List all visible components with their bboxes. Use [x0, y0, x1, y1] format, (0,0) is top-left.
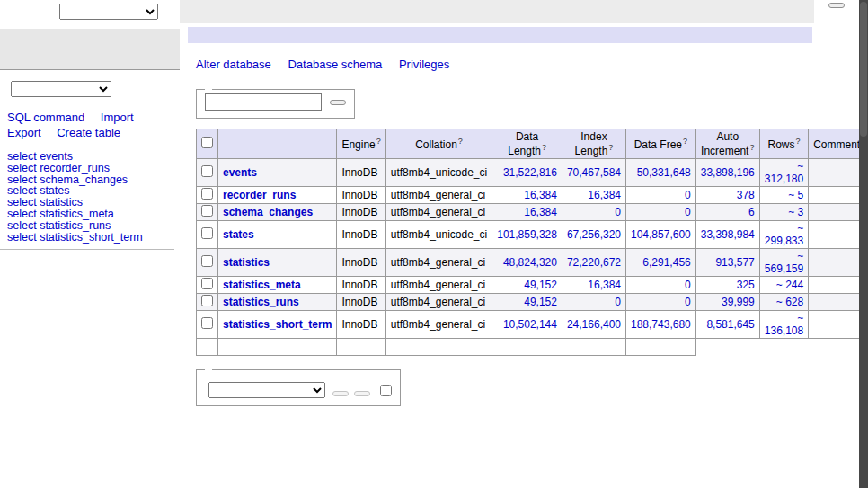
data-free-link[interactable]: 6,291,456	[642, 256, 690, 269]
sidebar-link[interactable]: SQL command	[7, 111, 84, 124]
help-link[interactable]: ?	[376, 137, 381, 146]
sidebar-link[interactable]: Create table	[57, 126, 120, 139]
language-select[interactable]	[59, 4, 158, 20]
data-length-link[interactable]: 101,859,328	[497, 228, 557, 241]
auto-increment-link[interactable]: 33,898,196	[701, 166, 755, 179]
header-row: Engine? Collation? Data Length? Index Le…	[197, 129, 868, 159]
auto-increment-link[interactable]: 33,398,984	[701, 228, 755, 241]
data-free-link[interactable]: 0	[685, 189, 691, 201]
help-link[interactable]: ?	[608, 143, 613, 152]
data-free-link[interactable]: 0	[685, 206, 691, 218]
db-select[interactable]	[11, 81, 111, 97]
index-length-link[interactable]: 67,256,320	[567, 228, 621, 241]
rows-link[interactable]: ~ 136,108	[765, 312, 803, 337]
rows-link[interactable]: ~ 5	[788, 189, 803, 201]
help-link[interactable]: ?	[795, 137, 800, 146]
data-free-link[interactable]: 188,743,680	[631, 318, 691, 331]
data-length-link[interactable]: 49,152	[524, 296, 557, 308]
row-checkbox[interactable]	[201, 188, 213, 200]
row-checkbox[interactable]	[201, 227, 213, 239]
auto-increment-link[interactable]: 325	[737, 279, 755, 291]
sidebar-link[interactable]: Export	[7, 126, 41, 139]
overwrite-label[interactable]	[380, 383, 392, 396]
sidebar-table-link[interactable]: select statistics_short_term	[7, 232, 180, 244]
collation-cell: utf8mb4_general_ci	[385, 277, 492, 294]
column-header: Auto Increment?	[695, 129, 759, 159]
table-name-link[interactable]: statistics_short_term	[223, 318, 332, 331]
table-name-link[interactable]: schema_changes	[223, 206, 313, 218]
auto-increment-link[interactable]: 39,999	[722, 296, 755, 308]
sidebar-table-links: select events select recorder_runs selec…	[7, 151, 180, 243]
data-free-link[interactable]: 50,331,648	[637, 166, 691, 179]
index-length-link[interactable]: 16,384	[588, 189, 621, 201]
data-free-link[interactable]: 0	[685, 279, 691, 291]
help-link[interactable]: ?	[458, 137, 463, 146]
row-checkbox[interactable]	[201, 255, 213, 267]
table-name-link[interactable]: recorder_runs	[223, 189, 296, 201]
table-name-link[interactable]: states	[223, 228, 254, 241]
column-header-table	[218, 129, 337, 159]
data-length-link[interactable]: 10,502,144	[503, 318, 557, 331]
search-input[interactable]	[205, 93, 322, 111]
row-checkbox[interactable]	[201, 295, 213, 306]
table-name-link[interactable]: statistics_runs	[223, 296, 299, 308]
breadcrumb-separator	[192, 4, 196, 18]
index-length-link[interactable]: 0	[615, 206, 621, 218]
index-length-link[interactable]: 24,166,400	[567, 318, 621, 331]
index-length-link[interactable]: 0	[615, 296, 621, 308]
move-button[interactable]	[332, 391, 349, 396]
search-button[interactable]	[330, 100, 346, 105]
auto-increment-link[interactable]: 913,577	[715, 256, 754, 269]
data-length-link[interactable]: 48,824,320	[503, 256, 557, 269]
engine-cell: InnoDB	[337, 311, 385, 339]
overwrite-checkbox[interactable]	[380, 385, 392, 396]
sidebar-table-link[interactable]: select statistics_meta	[7, 209, 180, 220]
column-header: Index Length?	[562, 129, 625, 159]
index-length-link[interactable]: 16,384	[588, 279, 621, 291]
sidebar-table-link[interactable]: select events	[7, 151, 180, 163]
rows-link[interactable]: ~ 244	[776, 279, 803, 291]
rows-link[interactable]: ~ 628	[776, 296, 803, 308]
select-all-checkbox[interactable]	[201, 137, 213, 148]
action-link[interactable]: Alter database	[196, 58, 271, 71]
help-link[interactable]: ?	[542, 143, 546, 152]
data-free-link[interactable]: 104,857,600	[631, 228, 691, 241]
data-free-link[interactable]: 0	[685, 296, 691, 308]
scrollbar[interactable]	[859, 0, 868, 488]
row-checkbox[interactable]	[201, 205, 213, 217]
action-link[interactable]: Database schema	[288, 58, 382, 71]
help-link[interactable]: ?	[749, 143, 754, 152]
row-checkbox[interactable]	[201, 278, 213, 289]
data-length-link[interactable]: 16,384	[524, 206, 557, 218]
engine-cell: InnoDB	[337, 294, 385, 311]
row-checkbox[interactable]	[201, 165, 213, 177]
index-length-link[interactable]: 70,467,584	[567, 166, 621, 179]
sidebar-link[interactable]: Import	[101, 111, 134, 124]
rows-link[interactable]: ~ 299,833	[765, 222, 803, 247]
table-name-link[interactable]: events	[223, 166, 257, 179]
logout-button[interactable]	[828, 3, 845, 8]
table-name-link[interactable]: statistics_meta	[223, 279, 301, 291]
data-length-link[interactable]: 16,384	[524, 189, 557, 201]
sidebar-table-link[interactable]: select recorder_runs	[7, 163, 180, 174]
rows-link[interactable]: ~ 3	[788, 206, 803, 218]
copy-button[interactable]	[354, 391, 370, 396]
data-length-link[interactable]: 31,522,816	[503, 166, 557, 179]
row-checkbox[interactable]	[201, 317, 213, 329]
move-db-select[interactable]	[208, 382, 325, 398]
help-link[interactable]: ?	[683, 137, 687, 146]
sidebar-table-link[interactable]: select statistics_runs	[7, 220, 180, 232]
total-collation	[385, 339, 492, 356]
data-length-link[interactable]: 49,152	[524, 279, 557, 291]
auto-increment-link[interactable]: 378	[737, 189, 755, 201]
auto-increment-link[interactable]: 8,581,645	[706, 318, 754, 331]
auto-increment-link[interactable]: 6	[748, 206, 755, 218]
index-length-link[interactable]: 72,220,672	[567, 256, 621, 269]
rows-link[interactable]: ~ 569,159	[765, 250, 803, 275]
rows-link[interactable]: ~ 312,180	[765, 160, 803, 185]
column-header: Data Length?	[492, 129, 562, 159]
table-name-link[interactable]: statistics	[223, 256, 270, 269]
action-link[interactable]: Privileges	[399, 58, 449, 71]
scrollbar-thumb[interactable]	[860, 2, 867, 137]
engine-cell: InnoDB	[337, 204, 385, 221]
